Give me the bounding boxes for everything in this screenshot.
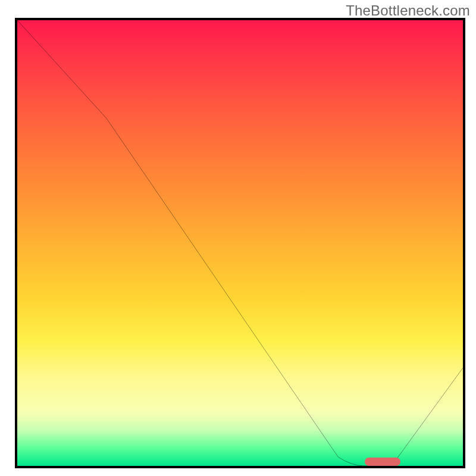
curve-layer: [17, 20, 463, 466]
chart-container: TheBottleneck.com: [0, 0, 476, 476]
bottleneck-curve: [17, 20, 463, 466]
plot-area: [15, 18, 465, 468]
optimal-range-marker: [365, 458, 400, 466]
watermark-text: TheBottleneck.com: [346, 2, 470, 19]
